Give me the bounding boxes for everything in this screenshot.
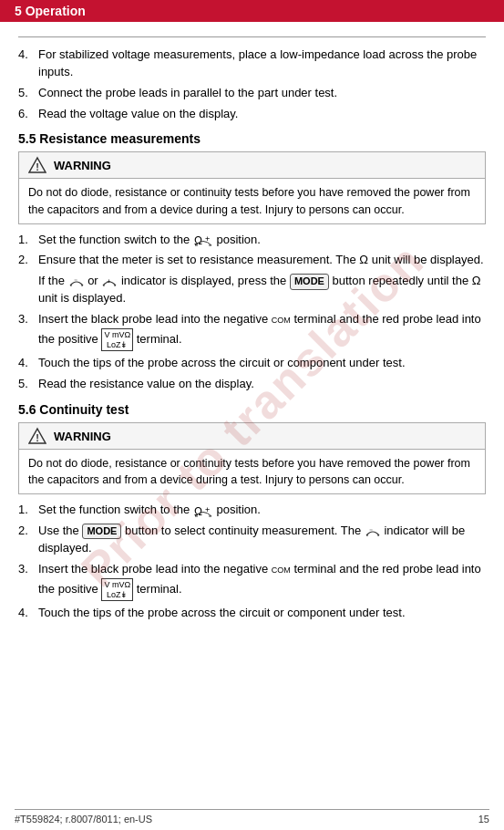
warning-label-56: WARNING (54, 430, 111, 443)
list-item: 1. Set the function switch to the Ω + po… (18, 232, 486, 249)
warning-box-56: ! WARNING Do not do diode, resistance or… (18, 422, 486, 494)
list-item: 5. Read the resistance value on the disp… (18, 376, 486, 393)
warning-body-56: Do not do diode, resistance or continuit… (19, 450, 485, 493)
indicator-icon-pos: + (101, 274, 118, 289)
footer-left: #T559824; r.8007/8011; en-US (15, 814, 152, 825)
list-item: 4. Touch the tips of the probe across th… (18, 605, 486, 622)
mode-button-label-2: MODE (82, 524, 121, 539)
page-container: Prior to translation 5 Operation 4. For … (0, 0, 504, 830)
list-item: 1. Set the function switch to the Ω + po… (18, 502, 486, 519)
list-text: Touch the tips of the probe across the c… (38, 605, 486, 622)
indicator-icon-neg: ⁻ (68, 274, 85, 289)
list-item: 2. Ensure that the meter is set to resis… (18, 252, 486, 269)
ohm-icon: Ω + (193, 232, 213, 247)
terminal-label: V mVΩLoZ↡ (101, 328, 133, 352)
list-text: Touch the tips of the probe across the c… (38, 355, 486, 372)
page-footer: #T559824; r.8007/8011; en-US 15 (15, 809, 489, 825)
list-text: Read the voltage value on the display. (38, 106, 486, 123)
section55-list: 1. Set the function switch to the Ω + po… (18, 232, 486, 270)
list-text: For stabilized voltage measurements, pla… (38, 47, 486, 81)
svg-text:!: ! (36, 432, 39, 443)
svg-text:⁻: ⁻ (74, 277, 77, 285)
mode-button-label: MODE (290, 274, 329, 289)
list-text: Insert the black probe lead into the neg… (38, 311, 486, 351)
warning-header-56: ! WARNING (19, 423, 485, 450)
svg-text:⁻: ⁻ (369, 527, 373, 535)
section56-list: 1. Set the function switch to the Ω + po… (18, 502, 486, 622)
footer-right: 15 (478, 814, 489, 825)
list-num: 4. (18, 605, 38, 622)
warning-body-55: Do not do diode, resistance or continuit… (19, 179, 485, 223)
list-num: 1. (18, 232, 38, 249)
list-text: Ensure that the meter is set to resistan… (38, 252, 486, 269)
list-num: 5. (18, 376, 38, 393)
list-text: Use the MODE button to select continuity… (38, 523, 486, 557)
section-55-title: 5.5 Resistance measurements (18, 131, 486, 146)
list-item: 3. Insert the black probe lead into the … (18, 561, 486, 601)
step-2b-para: If the ⁻ or + indicator is displayed, pr… (38, 273, 486, 307)
warning-triangle-icon-2: ! (28, 427, 46, 445)
section-56-title: 5.6 Continuity test (18, 402, 486, 417)
section55-list-cont: 3. Insert the black probe lead into the … (18, 311, 486, 393)
svg-text:+: + (107, 277, 111, 285)
svg-text:!: ! (36, 161, 39, 172)
warning-header-55: ! WARNING (19, 152, 485, 179)
warning-triangle-icon: ! (28, 156, 46, 174)
list-num: 3. (18, 311, 38, 351)
page-header: 5 Operation (0, 0, 504, 22)
list-text: Set the function switch to the Ω + posit… (38, 232, 486, 249)
list-num: 4. (18, 355, 38, 372)
list-num: 2. (18, 523, 38, 557)
list-num: 4. (18, 47, 38, 81)
ohm-icon-2: Ω + (193, 503, 213, 518)
list-num: 5. (18, 85, 38, 102)
continuity-icon: ⁻ (365, 524, 381, 539)
list-text: Set the function switch to the Ω + posit… (38, 502, 486, 519)
list-item: 6. Read the voltage value on the display… (18, 106, 486, 123)
warning-box-55: ! WARNING Do not do diode, resistance or… (18, 151, 486, 223)
list-item: 4. Touch the tips of the probe across th… (18, 355, 486, 372)
list-text: Read the resistance value on the display… (38, 376, 486, 393)
terminal-label-2: V mVΩLoZ↡ (101, 578, 133, 602)
list-text: Insert the black probe lead into the neg… (38, 561, 486, 601)
list-num: 1. (18, 502, 38, 519)
list-num: 3. (18, 561, 38, 601)
list-item: 4. For stabilized voltage measurements, … (18, 47, 486, 81)
list-item: 2. Use the MODE button to select continu… (18, 523, 486, 557)
list-item: 5. Connect the probe leads in parallel t… (18, 85, 486, 102)
list-num: 2. (18, 252, 38, 269)
intro-list: 4. For stabilized voltage measurements, … (18, 47, 486, 122)
warning-label: WARNING (54, 159, 111, 172)
header-title: 5 Operation (15, 4, 86, 18)
list-num: 6. (18, 106, 38, 123)
main-content: 4. For stabilized voltage measurements, … (0, 22, 504, 633)
list-item: 3. Insert the black probe lead into the … (18, 311, 486, 351)
list-text: Connect the probe leads in parallel to t… (38, 85, 486, 102)
top-divider (18, 36, 486, 37)
